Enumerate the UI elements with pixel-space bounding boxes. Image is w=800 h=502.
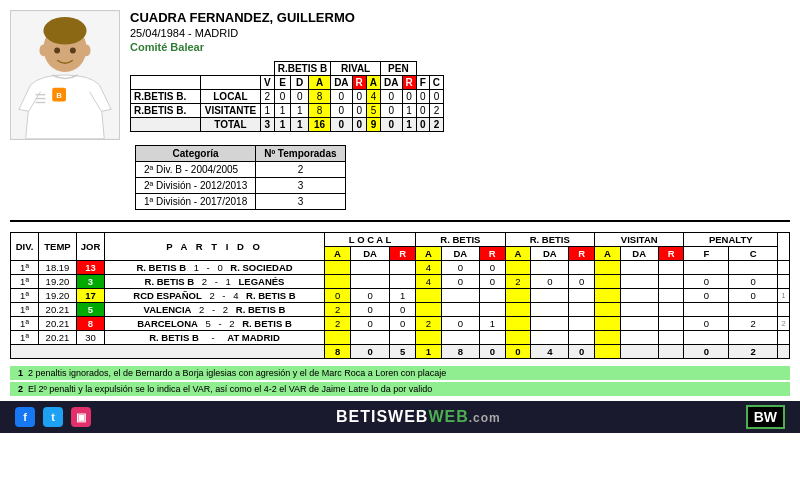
totals-vis-a [595,345,621,359]
th-riv-a: A [366,76,380,90]
match-note: 1 [778,289,790,303]
match-loc-r: 0 [390,303,416,317]
season-cat: 1ª División - 2017/2018 [136,194,256,210]
match-pen-c: 0 [729,275,778,289]
matches-section: DIV. TEMP JOR P A R T I D O L O C A L R.… [0,227,800,364]
match-vis-da [620,317,658,331]
match-note [778,275,790,289]
stats-riv-da: 0 [381,104,402,118]
match-rb2-da [531,261,569,275]
totals-rb1-a: 1 [416,345,442,359]
stats-rb-da: 0 [331,104,352,118]
stats-rb-da: 0 [331,90,352,104]
match-pen-f: 0 [684,275,729,289]
stats-rb-a: 16 [308,118,330,132]
match-rb2-a [505,289,531,303]
match-pen-f [684,261,729,275]
th-riv-da: DA [381,76,402,90]
site-com: .com [469,411,501,425]
match-vis-r [658,261,684,275]
match-loc-a: 2 [325,303,351,317]
match-loc-r: 0 [390,317,416,331]
match-pen-c [729,331,778,345]
player-dob: 25/04/1984 - MADRID [130,27,790,39]
totals-rb2-a: 0 [505,345,531,359]
stats-pen-c: 2 [429,104,443,118]
match-rb1-r [479,303,505,317]
stats-v: 1 [261,104,275,118]
match-loc-a: 2 [325,317,351,331]
th-v: V [261,76,275,90]
th-loc-da: DA [351,247,390,261]
totals-label [11,345,325,359]
twitter-icon[interactable]: t [43,407,63,427]
player-name: CUADRA FERNANDEZ, GUILLERMO [130,10,790,25]
match-loc-a [325,261,351,275]
match-temp: 19.20 [39,289,77,303]
match-pen-c: 0 [729,289,778,303]
th-temp: TEMP [39,233,77,261]
match-pen-c [729,261,778,275]
match-div: 1ª [11,317,39,331]
match-rb2-da [531,317,569,331]
match-temp: 19.20 [39,275,77,289]
match-rb1-da [441,303,479,317]
match-loc-da [351,275,390,289]
season-num: 2 [256,162,345,178]
match-vis-da [620,261,658,275]
match-note: 2 [778,317,790,331]
stats-riv-a: 5 [366,104,380,118]
match-pen-f: 0 [684,317,729,331]
match-jor: 30 [77,331,105,345]
stats-riv-da: 0 [381,118,402,132]
match-rb1-r: 1 [479,317,505,331]
match-pen-f [684,331,729,345]
match-rb1-da [441,331,479,345]
match-vis-a [595,317,621,331]
th-role [201,76,261,90]
facebook-icon[interactable]: f [15,407,35,427]
match-vis-da [620,303,658,317]
totals-rb1-r: 0 [479,345,505,359]
th-vis-da: DA [620,247,658,261]
totals-vis-r [658,345,684,359]
stats-rb-r: 0 [352,118,366,132]
totals-rb1-da: 8 [441,345,479,359]
svg-point-9 [54,48,60,54]
th-rb2-da: DA [531,247,569,261]
match-rb2-a [505,303,531,317]
match-rb2-r [569,331,595,345]
stats-rb-a: 8 [308,90,330,104]
stats-d: 1 [291,104,308,118]
match-pen-c: 2 [729,317,778,331]
instagram-icon[interactable]: ▣ [71,407,91,427]
match-div: 1ª [11,275,39,289]
match-rb2-da [531,331,569,345]
match-rb2-a: 2 [505,275,531,289]
match-rb1-da: 0 [441,261,479,275]
th-rb1-a: A [416,247,442,261]
th-team [131,76,201,90]
th-vis-r: R [658,247,684,261]
match-rb2-a [505,331,531,345]
seasons-section: Categoría Nº Temporadas 2ª Div. B - 2004… [125,145,800,215]
th-rbetis2-group: R. BETIS [505,233,594,247]
match-vis-a [595,289,621,303]
match-vis-da [620,289,658,303]
match-rb2-r [569,289,595,303]
note-text: El 2º penalti y la expulsión se lo indic… [28,384,432,394]
match-loc-r [390,261,416,275]
season-cat: 2ª Div. B - 2004/2005 [136,162,256,178]
match-temp: 20.21 [39,317,77,331]
stats-d: 0 [291,90,308,104]
stats-pen-f: 0 [416,90,429,104]
seasons-table: Categoría Nº Temporadas 2ª Div. B - 2004… [135,145,346,210]
match-note [778,331,790,345]
totals-vis-da [620,345,658,359]
th-riv-r: R [402,76,416,90]
th-visitan-group: VISITAN [595,233,684,247]
svg-point-10 [70,48,76,54]
rival-header: RIVAL [331,62,381,76]
match-vis-da [620,275,658,289]
th-pen-f: F [416,76,429,90]
